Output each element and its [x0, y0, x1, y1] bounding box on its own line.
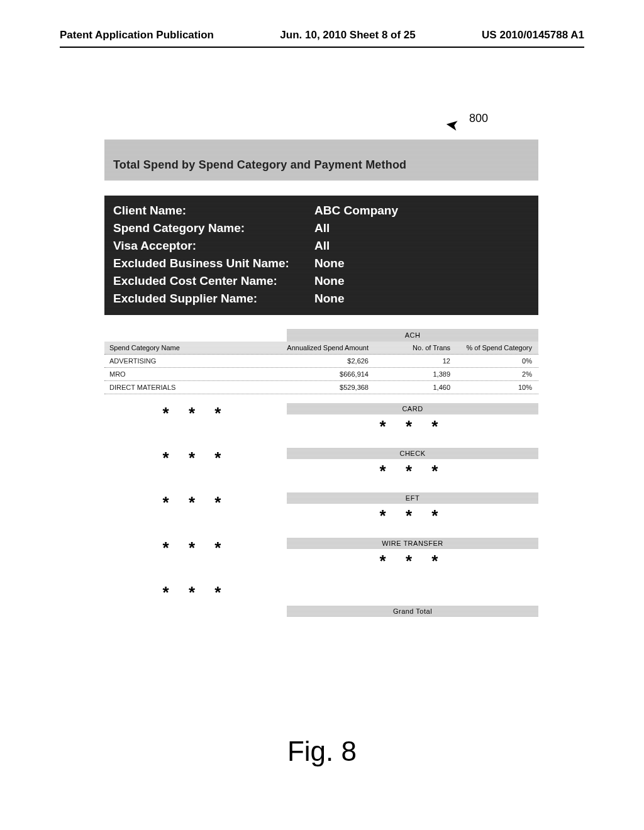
ellipsis-icon: * * *	[287, 459, 538, 487]
figure-caption: Fig. 8	[0, 736, 644, 767]
header-rule	[60, 47, 584, 48]
header-right: US 2010/0145788 A1	[482, 29, 584, 42]
col-category: Spend Category Name	[109, 344, 287, 351]
spend-table: ACH Spend Category Name Annualized Spend…	[104, 329, 538, 394]
cell-pct: 10%	[450, 384, 532, 391]
table-row: DIRECT MATERIALS $529,368 1,460 10%	[104, 381, 538, 394]
report-parameters: Client Name: ABC Company Spend Category …	[104, 196, 538, 315]
param-value: All	[314, 219, 530, 237]
omitted-row: * * * CHECK * * *	[104, 448, 538, 487]
cell-pct: 0%	[450, 357, 532, 365]
section-header: CARD	[287, 403, 538, 414]
figure-reference-number: 800	[469, 112, 488, 125]
omitted-row: * * * WIRE TRANSFER * * *	[104, 538, 538, 577]
cell-annualized: $2,626	[287, 357, 369, 365]
col-pct: % of Spend Category	[450, 344, 532, 351]
table-group-header: ACH	[287, 329, 538, 341]
document-header: Patent Application Publication Jun. 10, …	[60, 29, 584, 42]
param-row: Excluded Cost Center Name: None	[113, 272, 530, 290]
omitted-row: * * * EFT * * *	[104, 492, 538, 532]
param-label: Excluded Supplier Name:	[113, 290, 314, 307]
omitted-row: * * *	[104, 582, 538, 600]
param-label: Excluded Business Unit Name:	[113, 255, 314, 272]
report-title: Total Spend by Spend Category and Paymen…	[104, 140, 538, 180]
cell-pct: 2%	[450, 370, 532, 378]
param-value: None	[314, 290, 530, 307]
table-row: MRO $666,914 1,389 2%	[104, 368, 538, 381]
omitted-sections: * * * CARD * * * * * * CHECK * * * * * *…	[104, 403, 538, 624]
reference-arrow-icon: ➤	[445, 116, 458, 134]
cell-category: MRO	[109, 370, 287, 378]
cell-trans: 12	[369, 357, 450, 365]
ellipsis-icon: * * *	[287, 414, 538, 443]
param-row: Client Name: ABC Company	[113, 202, 530, 219]
ellipsis-icon: * * *	[104, 582, 287, 600]
cell-category: ADVERTISING	[109, 357, 287, 365]
cell-trans: 1,460	[369, 384, 450, 391]
section-header: EFT	[287, 492, 538, 504]
table-column-headers: Spend Category Name Annualized Spend Amo…	[104, 341, 538, 355]
ellipsis-icon: * * *	[104, 492, 287, 511]
param-value: All	[314, 237, 530, 255]
cell-category: DIRECT MATERIALS	[109, 384, 287, 391]
ellipsis-icon: * * *	[287, 504, 538, 532]
grand-total-header: Grand Total	[287, 606, 538, 617]
param-value: None	[314, 255, 530, 272]
ellipsis-icon: * * *	[287, 549, 538, 577]
ellipsis-icon: * * *	[104, 448, 287, 466]
param-row: Excluded Supplier Name: None	[113, 290, 530, 307]
param-value: ABC Company	[314, 202, 530, 219]
col-annualized: Annualized Spend Amount	[287, 344, 369, 351]
cell-annualized: $529,368	[287, 384, 369, 391]
param-row: Excluded Business Unit Name: None	[113, 255, 530, 272]
ellipsis-icon: * * *	[104, 538, 287, 556]
section-header: WIRE TRANSFER	[287, 538, 538, 549]
cell-annualized: $666,914	[287, 370, 369, 378]
param-row: Spend Category Name: All	[113, 219, 530, 237]
grand-total-row: . Grand Total	[104, 606, 538, 624]
param-label: Client Name:	[113, 202, 314, 219]
table-row: ADVERTISING $2,626 12 0%	[104, 355, 538, 368]
header-mid: Jun. 10, 2010 Sheet 8 of 25	[280, 29, 415, 42]
param-value: None	[314, 272, 530, 290]
param-label: Excluded Cost Center Name:	[113, 272, 314, 290]
param-row: Visa Acceptor: All	[113, 237, 530, 255]
col-trans: No. of Trans	[369, 344, 450, 351]
param-label: Visa Acceptor:	[113, 237, 314, 255]
omitted-row: * * * CARD * * *	[104, 403, 538, 443]
section-header: CHECK	[287, 448, 538, 459]
cell-trans: 1,389	[369, 370, 450, 378]
param-label: Spend Category Name:	[113, 219, 314, 237]
header-left: Patent Application Publication	[60, 29, 214, 42]
ellipsis-icon: * * *	[104, 403, 287, 421]
